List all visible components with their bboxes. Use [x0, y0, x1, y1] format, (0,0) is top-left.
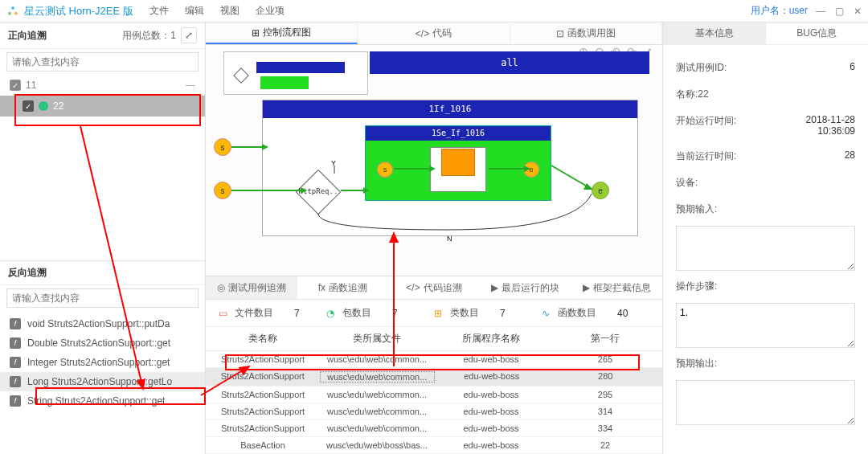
table-row[interactable]: Struts2ActionSupportwusc\edu\web\common.…: [206, 351, 662, 368]
list-item-selected[interactable]: fLong Struts2ActionSupport::getLo: [0, 372, 205, 391]
node-start-1[interactable]: s: [214, 138, 231, 156]
btab-intercept[interactable]: ▶框架拦截信息: [571, 276, 662, 299]
steps-label: 操作步骤:: [676, 280, 717, 293]
case-count: 用例总数：1: [122, 29, 176, 43]
start-label: 开始运行时间:: [676, 114, 736, 137]
table-row[interactable]: Struts2ActionSupportwusc\edu\web\common.…: [206, 387, 662, 403]
svg-point-1: [8, 11, 11, 14]
all-bar: all: [370, 51, 649, 74]
trace-table: 类名称类所属文件所属程序名称第一行 Struts2ActionSupportwu…: [206, 327, 662, 454]
menu-file[interactable]: 文件: [149, 4, 169, 18]
inner-block[interactable]: 1Se_If_1016 s e: [365, 125, 551, 201]
flow-title: 1If_1016: [263, 100, 637, 118]
table-row[interactable]: Struts2ActionSupportwusc\edu\web\common.…: [206, 403, 662, 420]
expand-icon[interactable]: ⤢: [181, 27, 197, 43]
expected-input-field[interactable]: [676, 226, 855, 271]
rtab-bug[interactable]: BUG信息: [766, 22, 869, 44]
function-icon: f: [10, 395, 21, 407]
expin-label: 预期输入:: [676, 202, 717, 216]
table-row[interactable]: Struts2ActionSupportwusc\edu\web\common.…: [206, 420, 662, 437]
node-decision[interactable]: HttpReq..: [296, 170, 341, 215]
dev-label: 设备:: [676, 176, 698, 190]
table-header: 类名称类所属文件所属程序名称第一行: [206, 327, 662, 351]
function-icon: ∿: [542, 308, 553, 319]
maximize-icon[interactable]: ▢: [835, 6, 844, 17]
graph-icon: ⊡: [556, 28, 564, 39]
target-icon: ◎: [217, 282, 225, 293]
play-icon: ▶: [491, 282, 498, 293]
tab-callgraph[interactable]: ⊡函数调用图: [510, 22, 662, 44]
tree-row-22[interactable]: ✓ 22: [0, 96, 205, 117]
app-title: 星云测试 Horn-J2EE 版: [24, 4, 133, 18]
menu-enterprise[interactable]: 企业项: [256, 4, 285, 18]
testid-value: 6: [850, 61, 855, 75]
node-start-2[interactable]: s: [214, 182, 231, 199]
main-menu: 文件 编辑 视图 企业项: [149, 4, 285, 18]
start-value: 2018-11-28 10:36:09: [806, 114, 855, 137]
close-icon[interactable]: ✕: [854, 6, 862, 17]
menu-edit[interactable]: 编辑: [185, 4, 204, 18]
list-item[interactable]: fvoid Struts2ActionSupport::putDa: [0, 314, 205, 333]
tree-row-11[interactable]: ✓ 11 —: [0, 75, 205, 96]
file-icon: ▭: [219, 308, 230, 319]
rtab-basic[interactable]: 基本信息: [663, 22, 766, 44]
forward-search-input[interactable]: [6, 52, 199, 72]
name-label: 名称:22: [676, 88, 709, 101]
btab-code[interactable]: </>代码追溯: [388, 276, 480, 299]
tab-code[interactable]: </>代码: [358, 22, 510, 44]
expected-output-field[interactable]: [676, 380, 855, 425]
flow-diagram[interactable]: all 1If_1016 s s HttpReq.. 1Se_If_1016 s…: [206, 45, 662, 276]
minimap[interactable]: [223, 51, 368, 95]
code-icon: </>: [406, 282, 420, 293]
user-label: 用户名：user: [751, 4, 808, 18]
cur-value: 28: [845, 149, 855, 163]
collapse-icon[interactable]: —: [186, 80, 195, 91]
svg-point-2: [14, 11, 18, 14]
list-item[interactable]: fInteger Struts2ActionSupport::get: [0, 353, 205, 372]
testid-label: 测试用例ID:: [676, 61, 727, 75]
package-icon: ◔: [326, 308, 338, 319]
steps-field[interactable]: [676, 303, 855, 348]
svg-point-0: [11, 6, 14, 10]
list-item[interactable]: fString Struts2ActionSupport::get: [0, 391, 205, 411]
status-dot-icon: [39, 101, 48, 111]
class-icon: ⊞: [434, 308, 445, 319]
app-logo-icon: [6, 5, 19, 18]
flowchart-icon: ⊞: [252, 27, 260, 39]
reverse-search-input[interactable]: [6, 288, 199, 308]
titlebar: 星云测试 Horn-J2EE 版 文件 编辑 视图 企业项 用户名：user —…: [0, 0, 868, 22]
tab-flowchart[interactable]: ⊞控制流程图: [206, 22, 358, 44]
node-end[interactable]: e: [592, 182, 609, 199]
checkbox-icon[interactable]: ✓: [23, 100, 34, 112]
menu-view[interactable]: 视图: [220, 4, 240, 18]
forward-trace-title: 正向追溯: [8, 29, 47, 43]
checkbox-icon[interactable]: ✓: [10, 80, 21, 91]
expout-label: 预期输出:: [676, 357, 717, 370]
fx-icon: fx: [318, 282, 326, 293]
minimize-icon[interactable]: —: [816, 6, 825, 17]
function-icon: f: [10, 318, 21, 329]
reverse-trace-title: 反向追溯: [8, 266, 47, 280]
btab-lastrun[interactable]: ▶最后运行的块: [480, 276, 571, 299]
btab-testcase[interactable]: ◎测试用例追溯: [206, 276, 297, 299]
function-icon: f: [10, 357, 21, 368]
block-icon: ▶: [583, 282, 590, 293]
table-row[interactable]: BaseActionwusc\edu\web\boss\bas...edu-we…: [206, 437, 662, 454]
cur-label: 当前运行时间:: [676, 149, 736, 163]
table-row-selected[interactable]: Struts2ActionSupportwusc\edu\web\common.…: [206, 368, 662, 387]
list-item[interactable]: fDouble Struts2ActionSupport::get: [0, 333, 205, 353]
function-icon: f: [10, 376, 21, 387]
function-icon: f: [10, 337, 21, 349]
code-icon: </>: [416, 28, 429, 39]
btab-function[interactable]: fx函数追溯: [297, 276, 389, 299]
